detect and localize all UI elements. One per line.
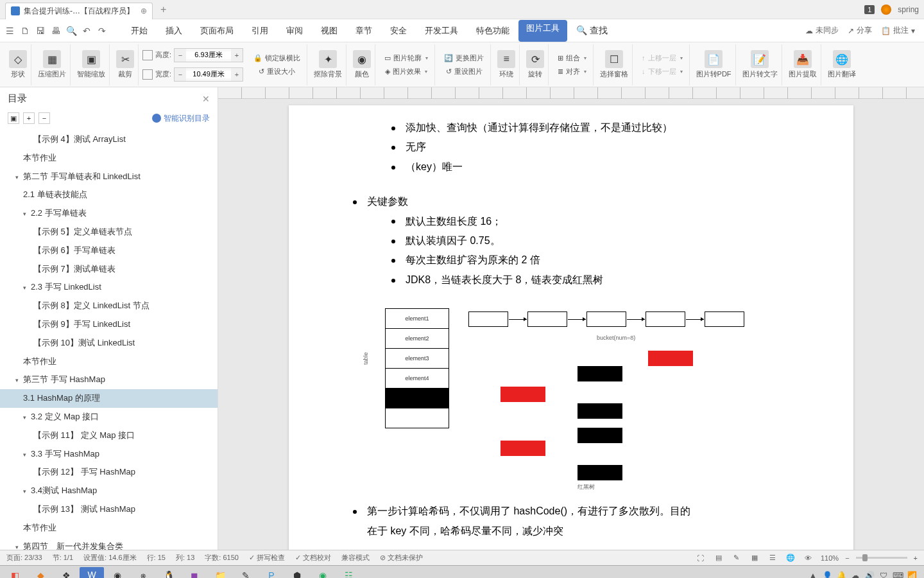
pic-translate-icon[interactable]: 🌐 <box>833 50 851 68</box>
width-value[interactable] <box>186 71 231 78</box>
pic-pdf-icon[interactable]: 📄 <box>705 50 723 68</box>
outline-item[interactable]: ▾3.3 手写 HashMap <box>0 445 218 464</box>
task-icon[interactable]: ◆ <box>28 567 53 579</box>
task-icon[interactable]: ⎈ <box>131 567 155 579</box>
tab-special[interactable]: 特色功能 <box>467 20 518 42</box>
wrap-icon[interactable]: ≡ <box>497 50 515 68</box>
rotate-icon[interactable]: ⟳ <box>526 50 544 68</box>
tab-layout[interactable]: 页面布局 <box>191 20 243 42</box>
outline-item[interactable]: 2.1 单链表技能点 <box>0 186 218 204</box>
task-icon[interactable]: ❖ <box>54 567 78 579</box>
outline-item[interactable]: 【示例 6】手写单链表 <box>0 241 218 260</box>
redo-icon[interactable]: ↷ <box>95 24 109 38</box>
outline-item[interactable]: ▾2.3 手写 LinkedList <box>0 278 218 297</box>
tray-icon[interactable]: 🔔 <box>835 570 847 579</box>
outline-item[interactable]: ▾3.2 定义 Map 接口 <box>0 408 218 426</box>
app-menu-icon[interactable]: ☰ <box>3 24 17 38</box>
outline-item[interactable]: ▾2.2 手写单链表 <box>0 204 218 223</box>
document-viewport[interactable]: 添加快、查询快（通过计算得到存储位置，不是通过比较）无序（key）唯一关键参数默… <box>218 87 924 550</box>
task-icon[interactable]: ✎ <box>234 567 258 579</box>
height-minus[interactable]: − <box>175 49 186 62</box>
height-stepper[interactable]: − + <box>174 48 243 62</box>
tab-start[interactable]: 开始 <box>122 20 157 42</box>
share-button[interactable]: ↗ 分享 <box>848 25 872 36</box>
task-icon[interactable]: ◼ <box>182 567 207 579</box>
tray-icon[interactable]: 🛡 <box>878 570 889 579</box>
tab-chapter[interactable]: 章节 <box>346 20 381 42</box>
search-menu[interactable]: 🔍 查找 <box>567 20 617 42</box>
crop-icon[interactable]: ✂ <box>116 50 134 68</box>
outline-list[interactable]: 【示例 4】测试 ArrayList本节作业▾第二节 手写单链表和 Linked… <box>0 127 218 550</box>
combine[interactable]: ⊞ 组合▾ <box>555 52 589 64</box>
zoom-value[interactable]: 110% <box>821 554 839 562</box>
tab-security[interactable]: 安全 <box>381 20 416 42</box>
smartzoom-icon[interactable]: ▣ <box>82 50 100 68</box>
comment-button[interactable]: 📋 批注 ▾ <box>881 25 915 36</box>
outline-item[interactable]: 【示例 10】测试 LinkedList <box>0 334 218 353</box>
chevron-down-icon[interactable]: ▾ <box>15 376 22 385</box>
tab-close-icon[interactable]: ⊕ <box>141 6 147 15</box>
outline-item[interactable]: 【示例 9】手写 LinkedList <box>0 315 218 334</box>
undo-icon[interactable]: ↶ <box>80 24 94 38</box>
color-icon[interactable]: ◉ <box>353 50 371 68</box>
zoom-out-icon[interactable]: − <box>845 554 849 562</box>
status-page[interactable]: 页面: 23/33 <box>6 553 42 563</box>
task-icon[interactable]: ⬢ <box>285 567 309 579</box>
user-avatar-icon[interactable] <box>881 4 891 15</box>
outline-add-icon[interactable]: + <box>23 112 35 124</box>
status-proof[interactable]: ✓ 文档校对 <box>295 553 331 563</box>
outline-item[interactable]: 本节作业 <box>0 149 218 168</box>
task-icon[interactable]: ◧ <box>3 567 27 579</box>
zoom-in-icon[interactable]: + <box>914 554 918 562</box>
outline-view-icon[interactable]: ☰ <box>767 552 778 564</box>
compress-icon[interactable]: ▦ <box>43 50 61 68</box>
tab-picture-tools[interactable]: 图片工具 <box>518 20 567 42</box>
reading-icon[interactable]: 👁 <box>803 552 814 564</box>
save-icon[interactable]: 🖫 <box>33 24 47 38</box>
status-spell[interactable]: ✓ 拼写检查 <box>249 553 285 563</box>
outline-item[interactable]: ▾3.4测试 HashMap <box>0 482 218 500</box>
document-tab[interactable]: 集合提升训练-…【百战程序员】 ⊕ <box>5 3 153 19</box>
task-icon[interactable]: ☷ <box>336 567 361 579</box>
page-view-icon[interactable]: ▦ <box>749 552 760 564</box>
tab-devtools[interactable]: 开发工具 <box>416 20 467 42</box>
remove-bg-icon[interactable]: ✦ <box>319 50 337 68</box>
chevron-down-icon[interactable]: ▾ <box>15 543 22 550</box>
width-plus[interactable]: + <box>231 68 243 81</box>
preview-icon[interactable]: 🔍 <box>64 24 78 38</box>
new-doc-icon[interactable]: 🗋 <box>18 24 32 38</box>
outline-item[interactable]: 【示例 11】 定义 Map 接口 <box>0 426 218 445</box>
outline-item[interactable]: 本节作业 <box>0 519 218 538</box>
reset-pic[interactable]: ↺ 重设图片 <box>443 66 485 78</box>
tab-reference[interactable]: 引用 <box>243 20 277 42</box>
smart-outline[interactable]: 智能识别目录 <box>152 113 210 124</box>
tab-view[interactable]: 视图 <box>312 20 346 42</box>
move-up[interactable]: ↑ 上移一层▾ <box>639 52 685 64</box>
outline-item[interactable]: 【示例 5】定义单链表节点 <box>0 223 218 241</box>
sync-status[interactable]: ☁ 未同步 <box>805 25 839 36</box>
print-icon[interactable]: 🖶 <box>49 24 63 38</box>
outline-item[interactable]: 【示例 7】测试单链表 <box>0 260 218 279</box>
pic-outline[interactable]: ▭ 图片轮廓▾ <box>382 52 431 64</box>
chevron-down-icon[interactable]: ▾ <box>23 283 30 292</box>
tab-review[interactable]: 审阅 <box>277 20 312 42</box>
layout-icon[interactable]: ▤ <box>713 552 724 564</box>
width-minus[interactable]: − <box>175 68 186 81</box>
horizontal-ruler[interactable] <box>218 87 924 99</box>
chevron-down-icon[interactable]: ▾ <box>23 209 30 218</box>
chevron-down-icon[interactable]: ▾ <box>15 173 22 182</box>
outline-item[interactable]: 【示例 13】 测试 HashMap <box>0 500 218 519</box>
task-icon[interactable]: 📁 <box>208 567 232 579</box>
task-icon[interactable]: P <box>259 567 284 579</box>
select-pane-icon[interactable]: ☐ <box>605 50 623 68</box>
chevron-down-icon[interactable]: ▾ <box>23 450 30 459</box>
height-value[interactable] <box>186 51 231 59</box>
align[interactable]: ≣ 对齐▾ <box>555 66 589 78</box>
qq-icon[interactable]: 🐧 <box>157 567 181 579</box>
notification-badge[interactable]: 1 <box>864 5 875 14</box>
status-protect[interactable]: ⊘ 文档未保护 <box>380 553 423 563</box>
tray-icon[interactable]: ▲ <box>807 570 819 579</box>
outline-item[interactable]: ▾第二节 手写单链表和 LinkedList <box>0 168 218 186</box>
new-tab-button[interactable]: + <box>160 4 166 15</box>
status-words[interactable]: 字数: 6150 <box>205 553 239 563</box>
